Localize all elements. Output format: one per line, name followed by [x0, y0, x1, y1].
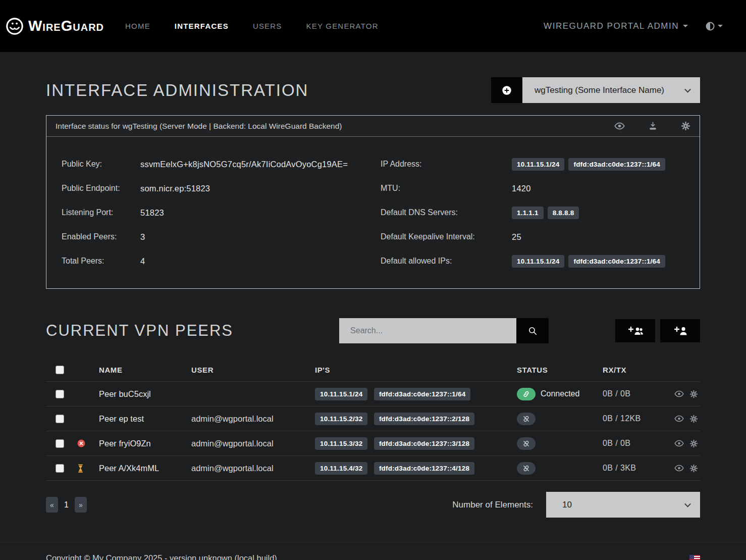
nav-item-interfaces[interactable]: INTERFACES	[175, 22, 229, 30]
gear-icon	[689, 464, 698, 473]
detail-label: MTU:	[381, 184, 512, 193]
gear-icon	[681, 121, 690, 131]
row-checkbox[interactable]	[56, 439, 64, 448]
brand-name: WireGuard	[28, 18, 104, 34]
select-all-checkbox[interactable]	[56, 366, 64, 374]
row-checkbox[interactable]	[56, 390, 64, 398]
peer-user: admin@wgportal.local	[191, 439, 315, 448]
search-button[interactable]	[516, 318, 549, 343]
copyright-text: Copyright © My Company 2025 - version un…	[46, 553, 277, 560]
detail-label: IP Address:	[381, 160, 512, 169]
peer-rxtx: 0B / 3KB	[603, 464, 673, 473]
peer-ip4-badge: 10.11.15.3/32	[315, 437, 367, 450]
theme-toggle-dropdown[interactable]	[705, 21, 723, 31]
dns-server-badge: 1.1.1.1	[512, 207, 544, 219]
view-peer-button[interactable]	[674, 390, 684, 397]
status-disconnected-badge	[517, 413, 536, 425]
peer-search-input[interactable]	[339, 318, 516, 343]
detail-label: Default Keepalive Interval:	[381, 232, 512, 241]
peer-ip4-badge: 10.11.15.2/32	[315, 413, 367, 425]
download-icon	[648, 121, 658, 131]
caret-down-icon	[718, 25, 723, 27]
row-checkbox[interactable]	[56, 415, 64, 423]
interface-status-card: Interface status for wgTesting (Server M…	[46, 115, 700, 289]
page-size-value: 10	[562, 500, 572, 510]
row-checkbox[interactable]	[56, 464, 64, 473]
circle-half-theme-icon	[705, 21, 715, 31]
link-icon	[522, 390, 530, 398]
add-interface-button[interactable]	[491, 77, 522, 103]
allowed-ip-badge: 10.11.15.1/24	[512, 255, 564, 268]
nav-item-users[interactable]: USERS	[253, 22, 282, 30]
interface-details-right: IP Address: 10.11.15.1/24 fdfd:d3ad:c0de…	[381, 157, 684, 268]
nav-item-key-generator[interactable]: KEY GENERATOR	[306, 22, 379, 30]
pagination-current-page[interactable]: 1	[58, 500, 75, 510]
peer-user: admin@wgportal.local	[191, 464, 315, 473]
view-peer-button[interactable]	[674, 465, 684, 472]
interface-select[interactable]: wgTesting (Some Interface Name)	[522, 77, 700, 103]
eye-icon	[614, 122, 625, 130]
link-slash-icon	[522, 440, 530, 447]
detail-label: Listening Port:	[62, 208, 140, 217]
page-title: INTERFACE ADMINISTRATION	[46, 81, 308, 100]
detail-label: Enabled Peers:	[62, 232, 140, 241]
download-config-button[interactable]	[648, 121, 658, 131]
page-size-select[interactable]: 10	[546, 492, 700, 518]
add-users-icon	[627, 325, 644, 336]
peer-name: Peer ep test	[99, 414, 191, 424]
chevron-down-icon	[684, 86, 691, 92]
interface-settings-button[interactable]	[681, 121, 690, 131]
peer-ip6-badge: fdfd:d3ad:c0de:1237::4/128	[374, 462, 474, 475]
pagination-prev-button[interactable]: «	[46, 497, 58, 513]
detail-label: Public Endpoint:	[62, 184, 140, 193]
mtu-value: 1420	[512, 184, 531, 193]
status-connected-badge	[517, 388, 536, 400]
gear-icon	[689, 415, 698, 423]
interface-details-left: Public Key:ssvmEelxG+k8jsNO5G7cq5r/Ak7Ii…	[62, 157, 365, 268]
add-peer-button[interactable]	[660, 319, 700, 342]
view-config-button[interactable]	[614, 122, 625, 130]
column-header-rxtx: RX/TX	[603, 366, 673, 374]
expiring-hourglass-icon	[77, 464, 84, 473]
nav-item-home[interactable]: HOME	[125, 22, 150, 30]
column-header-user: USER	[191, 366, 315, 374]
peer-settings-button[interactable]	[689, 464, 698, 473]
eye-icon	[674, 415, 684, 422]
table-row: Peer buC5cxjl 10.11.15.1/24 fdfd:d3ad:c0…	[46, 382, 700, 406]
peer-settings-button[interactable]	[689, 415, 698, 423]
view-peer-button[interactable]	[674, 415, 684, 422]
detail-label: Public Key:	[62, 160, 140, 169]
link-slash-icon	[522, 465, 530, 472]
gear-icon	[689, 439, 698, 448]
detail-label: Total Peers:	[62, 257, 140, 266]
us-flag-language-icon[interactable]	[689, 555, 700, 560]
ip-address-badge: 10.11.15.1/24	[512, 158, 564, 171]
top-navbar: WireGuard HOME INTERFACES USERS KEY GENE…	[0, 0, 746, 52]
eye-icon	[674, 440, 684, 447]
gear-icon	[689, 390, 698, 398]
listening-port-value: 51823	[140, 208, 164, 218]
detail-label: Default DNS Servers:	[381, 208, 512, 217]
peer-name: Peer fryiO9Zn	[99, 439, 191, 448]
brand-logo[interactable]: WireGuard	[5, 17, 104, 36]
main-nav: HOME INTERFACES USERS KEY GENERATOR	[125, 22, 379, 30]
view-peer-button[interactable]	[674, 440, 684, 447]
add-user-icon	[673, 325, 688, 336]
peer-settings-button[interactable]	[689, 390, 698, 398]
link-slash-icon	[522, 415, 530, 423]
wireguard-logo-icon	[5, 17, 24, 36]
status-disconnected-badge	[517, 462, 536, 475]
peer-ip4-badge: 10.11.15.4/32	[315, 462, 367, 475]
peer-ip6-badge: fdfd:d3ad:c0de:1237::2/128	[374, 413, 474, 425]
plus-circle-icon	[501, 85, 512, 96]
table-row: Peer fryiO9Zn admin@wgportal.local 10.11…	[46, 431, 700, 456]
peer-settings-button[interactable]	[689, 439, 698, 448]
user-menu-dropdown[interactable]: WIREGUARD PORTAL ADMIN	[544, 21, 688, 31]
pagination: « 1 »	[46, 497, 87, 513]
public-endpoint-value: som.nicr.ep:51823	[140, 184, 210, 193]
add-multiple-peers-button[interactable]	[615, 319, 655, 342]
peer-rxtx: 0B / 0B	[603, 439, 673, 448]
table-row: Peer A/Xk4mML admin@wgportal.local 10.11…	[46, 456, 700, 481]
pagination-next-button[interactable]: »	[75, 497, 87, 513]
ip-address-badge: fdfd:d3ad:c0de:1237::1/64	[568, 158, 665, 171]
